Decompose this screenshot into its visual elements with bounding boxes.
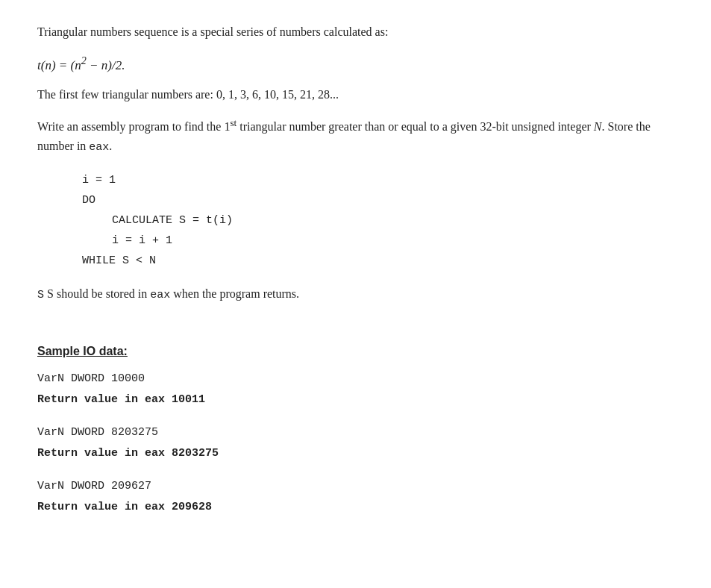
formula: t(n) = (n2 − n)/2. [37, 52, 674, 75]
code-line-do: DO [82, 190, 674, 210]
code-line-calculate: CALCULATE S = t(i) [112, 210, 674, 231]
var-line-1: VarN DWORD 10000 [37, 370, 674, 388]
eax-code-return: eax [150, 289, 170, 301]
return-line-1: Return value in eax 10011 [37, 391, 674, 409]
sample-item-1: VarN DWORD 10000 Return value in eax 100… [37, 370, 674, 409]
superscript-st: st [230, 117, 237, 128]
s-code: S [37, 289, 44, 301]
return-line-2: Return value in eax 8203275 [37, 445, 674, 463]
s-note-text-2: when the program returns. [170, 287, 299, 300]
pseudocode-block: i = 1 DO CALCULATE S = t(i) i = i + 1 WH… [82, 170, 674, 271]
sample-item-3: VarN DWORD 209627 Return value in eax 20… [37, 478, 674, 516]
code-line-i-increment: i = i + 1 [112, 231, 674, 251]
sample-io-header: Sample IO data: [37, 342, 674, 361]
return-line-3: Return value in eax 209628 [37, 498, 674, 516]
code-line-i-init: i = 1 [82, 170, 674, 190]
var-line-3: VarN DWORD 209627 [37, 478, 674, 495]
s-note: S S should be stored in eax when the pro… [37, 284, 674, 304]
eax-inline-code: eax [89, 141, 109, 154]
task-description: Write an assembly program to find the 1s… [37, 115, 674, 157]
var-line-2: VarN DWORD 8203275 [37, 424, 674, 442]
intro-line1: Triangular numbers sequence is a special… [37, 22, 674, 42]
few-numbers-text: The first few triangular numbers are: 0,… [37, 85, 674, 104]
s-note-text-1: S should be stored in [47, 287, 150, 300]
sample-item-2: VarN DWORD 8203275 Return value in eax 8… [37, 424, 674, 463]
code-line-while: WHILE S < N [82, 251, 674, 271]
n-variable: N [594, 120, 602, 133]
